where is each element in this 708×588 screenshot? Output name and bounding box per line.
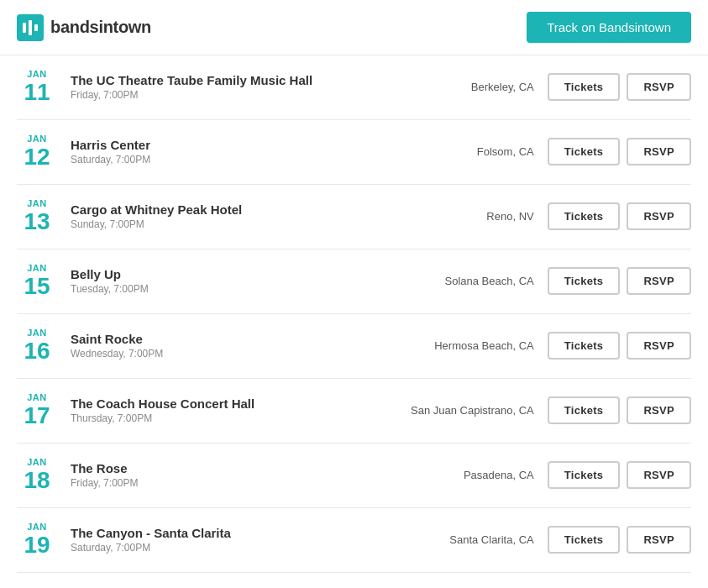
track-button[interactable]: Track on Bandsintown bbox=[527, 12, 691, 43]
event-row: JAN 16 Saint Rocke Wednesday, 7:00PM Her… bbox=[17, 314, 691, 379]
event-info: The Rose Friday, 7:00PM bbox=[71, 461, 370, 489]
logo-text: bandsintown bbox=[50, 18, 151, 37]
event-location: Solana Beach, CA bbox=[383, 275, 534, 287]
events-list: JAN 11 The UC Theatre Taube Family Music… bbox=[0, 55, 708, 588]
event-time: Wednesday, 7:00PM bbox=[71, 348, 370, 360]
event-day: 12 bbox=[17, 144, 57, 171]
svg-rect-1 bbox=[29, 20, 32, 35]
rsvp-button[interactable]: RSVP bbox=[627, 267, 691, 295]
event-actions: Tickets RSVP bbox=[548, 202, 691, 230]
tickets-button[interactable]: Tickets bbox=[548, 396, 621, 424]
date-block: JAN 11 bbox=[17, 69, 57, 106]
event-name: The UC Theatre Taube Family Music Hall bbox=[71, 73, 370, 87]
event-location: Santa Clarita, CA bbox=[383, 533, 534, 546]
event-row: JAN 13 Cargo at Whitney Peak Hotel Sunda… bbox=[17, 185, 691, 249]
event-row: JAN 12 Harris Center Saturday, 7:00PM Fo… bbox=[17, 120, 691, 185]
rsvp-button[interactable]: RSVP bbox=[627, 138, 691, 165]
event-actions: Tickets RSVP bbox=[548, 526, 691, 554]
event-time: Tuesday, 7:00PM bbox=[71, 283, 370, 295]
tickets-button[interactable]: Tickets bbox=[548, 73, 621, 101]
event-info: Belly Up Tuesday, 7:00PM bbox=[71, 267, 370, 295]
event-day: 13 bbox=[17, 209, 57, 235]
event-day: 11 bbox=[17, 80, 57, 106]
event-time: Sunday, 7:00PM bbox=[71, 218, 370, 230]
event-actions: Tickets RSVP bbox=[548, 332, 691, 360]
event-info: Cargo at Whitney Peak Hotel Sunday, 7:00… bbox=[71, 202, 370, 230]
event-name: Cargo at Whitney Peak Hotel bbox=[71, 202, 370, 217]
svg-rect-2 bbox=[34, 24, 38, 31]
tickets-button[interactable]: Tickets bbox=[548, 461, 621, 489]
date-block: JAN 15 bbox=[17, 263, 57, 300]
logo-area: bandsintown bbox=[17, 14, 151, 41]
event-name: Saint Rocke bbox=[71, 332, 370, 346]
tickets-button[interactable]: Tickets bbox=[548, 332, 621, 360]
tickets-button[interactable]: Tickets bbox=[548, 526, 621, 554]
rsvp-button[interactable]: RSVP bbox=[627, 526, 691, 554]
event-row: JAN 15 Belly Up Tuesday, 7:00PM Solana B… bbox=[17, 249, 691, 314]
rsvp-button[interactable]: RSVP bbox=[627, 461, 691, 489]
event-location: Berkeley, CA bbox=[383, 81, 534, 93]
event-day: 17 bbox=[17, 403, 57, 429]
logo-icon bbox=[17, 14, 44, 41]
event-actions: Tickets RSVP bbox=[548, 73, 691, 101]
event-time: Saturday, 7:00PM bbox=[71, 154, 370, 165]
date-block: JAN 16 bbox=[17, 328, 57, 365]
event-name: Harris Center bbox=[71, 138, 370, 152]
tickets-button[interactable]: Tickets bbox=[548, 202, 621, 230]
tickets-button[interactable]: Tickets bbox=[548, 138, 621, 165]
event-name: The Rose bbox=[71, 461, 370, 475]
rsvp-button[interactable]: RSVP bbox=[627, 332, 691, 360]
tickets-button[interactable]: Tickets bbox=[548, 267, 621, 295]
date-block: JAN 13 bbox=[17, 198, 57, 235]
event-info: Saint Rocke Wednesday, 7:00PM bbox=[71, 332, 370, 360]
event-name: The Coach House Concert Hall bbox=[71, 396, 370, 411]
date-block: JAN 17 bbox=[17, 392, 57, 429]
event-time: Friday, 7:00PM bbox=[71, 89, 370, 101]
event-row: JAN 17 The Coach House Concert Hall Thur… bbox=[17, 379, 691, 444]
event-location: Pasadena, CA bbox=[383, 469, 534, 481]
event-location: Folsom, CA bbox=[383, 145, 534, 158]
event-row: JAN 11 The UC Theatre Taube Family Music… bbox=[17, 55, 691, 120]
event-actions: Tickets RSVP bbox=[548, 267, 691, 295]
rsvp-button[interactable]: RSVP bbox=[627, 396, 691, 424]
event-info: Harris Center Saturday, 7:00PM bbox=[71, 138, 370, 165]
event-info: The Canyon - Santa Clarita Saturday, 7:0… bbox=[71, 526, 370, 554]
event-row: JAN 18 The Rose Friday, 7:00PM Pasadena,… bbox=[17, 444, 691, 508]
event-day: 18 bbox=[17, 468, 57, 494]
event-time: Thursday, 7:00PM bbox=[71, 412, 370, 424]
rsvp-button[interactable]: RSVP bbox=[627, 73, 691, 101]
event-row: JAN 20 Canyon Club - Agoura Hills Sunday… bbox=[17, 573, 691, 588]
event-actions: Tickets RSVP bbox=[548, 138, 691, 165]
date-block: JAN 12 bbox=[17, 134, 57, 171]
event-actions: Tickets RSVP bbox=[548, 461, 691, 489]
svg-rect-0 bbox=[23, 23, 26, 33]
event-actions: Tickets RSVP bbox=[548, 396, 691, 424]
event-time: Friday, 7:00PM bbox=[71, 477, 370, 489]
date-block: JAN 18 bbox=[17, 457, 57, 494]
event-day: 15 bbox=[17, 274, 57, 300]
event-day: 19 bbox=[17, 533, 57, 559]
rsvp-button[interactable]: RSVP bbox=[627, 202, 691, 230]
event-row: JAN 19 The Canyon - Santa Clarita Saturd… bbox=[17, 508, 691, 573]
event-time: Saturday, 7:00PM bbox=[71, 542, 370, 554]
event-location: San Juan Capistrano, CA bbox=[383, 404, 534, 417]
header: bandsintown Track on Bandsintown bbox=[0, 0, 708, 55]
date-block: JAN 19 bbox=[17, 522, 57, 559]
event-location: Reno, NV bbox=[383, 210, 534, 223]
event-info: The Coach House Concert Hall Thursday, 7… bbox=[71, 396, 370, 424]
event-info: The UC Theatre Taube Family Music Hall F… bbox=[71, 73, 370, 101]
event-location: Hermosa Beach, CA bbox=[383, 339, 534, 352]
event-name: The Canyon - Santa Clarita bbox=[71, 526, 370, 540]
event-day: 16 bbox=[17, 339, 57, 365]
event-name: Belly Up bbox=[71, 267, 370, 281]
